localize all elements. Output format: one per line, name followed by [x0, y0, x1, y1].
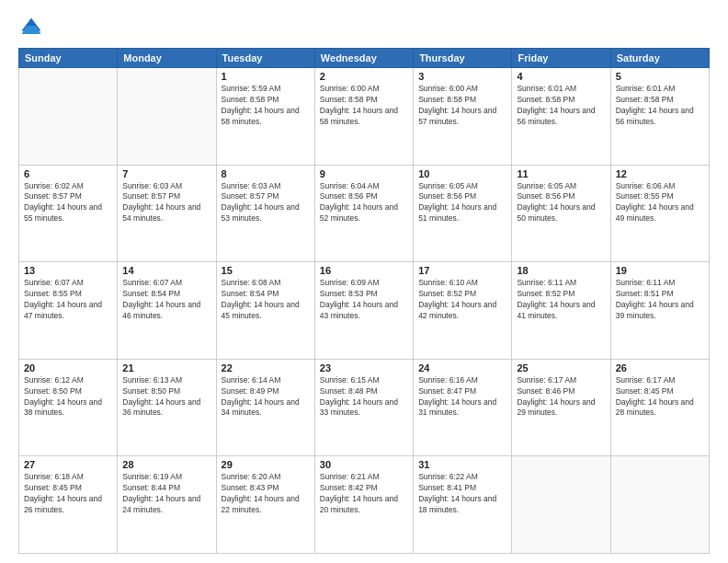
calendar-cell: 30Sunrise: 6:21 AMSunset: 8:42 PMDayligh…: [314, 456, 413, 554]
calendar-cell: 14Sunrise: 6:07 AMSunset: 8:54 PMDayligh…: [118, 262, 216, 360]
day-number: 29: [222, 459, 310, 470]
day-number: 14: [122, 265, 210, 276]
day-info: Sunrise: 6:03 AMSunset: 8:57 PMDaylight:…: [122, 181, 210, 225]
day-number: 10: [418, 168, 506, 179]
day-info: Sunrise: 6:06 AMSunset: 8:55 PMDaylight:…: [616, 181, 704, 225]
day-info: Sunrise: 6:07 AMSunset: 8:55 PMDaylight:…: [24, 278, 112, 322]
calendar-cell: 19Sunrise: 6:11 AMSunset: 8:51 PMDayligh…: [610, 262, 709, 360]
calendar-cell: [512, 456, 610, 554]
day-info: Sunrise: 6:20 AMSunset: 8:43 PMDaylight:…: [222, 472, 310, 516]
day-number: 22: [222, 362, 310, 373]
day-info: Sunrise: 6:17 AMSunset: 8:46 PMDaylight:…: [517, 375, 605, 419]
calendar-cell: 6Sunrise: 6:02 AMSunset: 8:57 PMDaylight…: [19, 165, 118, 262]
weekday-header-tuesday: Tuesday: [216, 49, 314, 68]
day-info: Sunrise: 5:59 AMSunset: 8:58 PMDaylight:…: [222, 84, 310, 128]
week-row-3: 13Sunrise: 6:07 AMSunset: 8:55 PMDayligh…: [19, 262, 710, 360]
day-info: Sunrise: 6:13 AMSunset: 8:50 PMDaylight:…: [122, 375, 210, 419]
calendar-cell: 23Sunrise: 6:15 AMSunset: 8:48 PMDayligh…: [314, 359, 413, 456]
day-info: Sunrise: 6:15 AMSunset: 8:48 PMDaylight:…: [320, 375, 408, 419]
day-info: Sunrise: 6:17 AMSunset: 8:45 PMDaylight:…: [616, 375, 704, 419]
day-number: 2: [320, 71, 408, 82]
calendar-cell: 3Sunrise: 6:00 AMSunset: 8:58 PMDaylight…: [414, 68, 512, 166]
day-info: Sunrise: 6:08 AMSunset: 8:54 PMDaylight:…: [222, 278, 310, 322]
day-info: Sunrise: 6:10 AMSunset: 8:52 PMDaylight:…: [418, 278, 506, 322]
calendar-cell: 7Sunrise: 6:03 AMSunset: 8:57 PMDaylight…: [118, 165, 216, 262]
weekday-header-monday: Monday: [118, 49, 216, 68]
day-info: Sunrise: 6:19 AMSunset: 8:44 PMDaylight:…: [122, 472, 210, 516]
day-number: 31: [418, 459, 506, 470]
calendar-cell: 18Sunrise: 6:11 AMSunset: 8:52 PMDayligh…: [512, 262, 610, 360]
day-number: 8: [222, 168, 310, 179]
day-info: Sunrise: 6:03 AMSunset: 8:57 PMDaylight:…: [222, 181, 310, 225]
day-number: 24: [418, 362, 506, 373]
day-number: 28: [122, 459, 210, 470]
day-info: Sunrise: 6:05 AMSunset: 8:56 PMDaylight:…: [418, 181, 506, 225]
weekday-header-row: SundayMondayTuesdayWednesdayThursdayFrid…: [19, 49, 710, 68]
day-info: Sunrise: 6:01 AMSunset: 8:58 PMDaylight:…: [517, 84, 605, 128]
day-number: 4: [517, 71, 605, 82]
day-number: 19: [616, 265, 704, 276]
calendar-cell: 21Sunrise: 6:13 AMSunset: 8:50 PMDayligh…: [118, 359, 216, 456]
day-info: Sunrise: 6:02 AMSunset: 8:57 PMDaylight:…: [24, 181, 112, 225]
calendar-cell: 13Sunrise: 6:07 AMSunset: 8:55 PMDayligh…: [19, 262, 118, 360]
day-info: Sunrise: 6:00 AMSunset: 8:58 PMDaylight:…: [418, 84, 506, 128]
calendar-cell: 27Sunrise: 6:18 AMSunset: 8:45 PMDayligh…: [19, 456, 118, 554]
day-number: 17: [418, 265, 506, 276]
day-info: Sunrise: 6:21 AMSunset: 8:42 PMDaylight:…: [320, 472, 408, 516]
weekday-header-saturday: Saturday: [610, 49, 709, 68]
day-info: Sunrise: 6:04 AMSunset: 8:56 PMDaylight:…: [320, 181, 408, 225]
calendar-cell: 5Sunrise: 6:01 AMSunset: 8:58 PMDaylight…: [610, 68, 709, 166]
day-info: Sunrise: 6:18 AMSunset: 8:45 PMDaylight:…: [24, 472, 112, 516]
day-info: Sunrise: 6:07 AMSunset: 8:54 PMDaylight:…: [122, 278, 210, 322]
day-info: Sunrise: 6:11 AMSunset: 8:51 PMDaylight:…: [616, 278, 704, 322]
logo-icon: [18, 15, 44, 40]
header: [18, 15, 710, 40]
week-row-2: 6Sunrise: 6:02 AMSunset: 8:57 PMDaylight…: [19, 165, 710, 262]
day-number: 18: [517, 265, 605, 276]
day-number: 3: [418, 71, 506, 82]
page: SundayMondayTuesdayWednesdayThursdayFrid…: [0, 0, 728, 563]
day-number: 15: [222, 265, 310, 276]
calendar-cell: 20Sunrise: 6:12 AMSunset: 8:50 PMDayligh…: [19, 359, 118, 456]
calendar-cell: 22Sunrise: 6:14 AMSunset: 8:49 PMDayligh…: [216, 359, 314, 456]
calendar-cell: 2Sunrise: 6:00 AMSunset: 8:58 PMDaylight…: [314, 68, 413, 166]
weekday-header-friday: Friday: [512, 49, 610, 68]
day-info: Sunrise: 6:09 AMSunset: 8:53 PMDaylight:…: [320, 278, 408, 322]
day-number: 9: [320, 168, 408, 179]
day-number: 27: [24, 459, 112, 470]
calendar-cell: 4Sunrise: 6:01 AMSunset: 8:58 PMDaylight…: [512, 68, 610, 166]
day-number: 7: [122, 168, 210, 179]
day-info: Sunrise: 6:22 AMSunset: 8:41 PMDaylight:…: [418, 472, 506, 516]
day-number: 12: [616, 168, 704, 179]
calendar-cell: 28Sunrise: 6:19 AMSunset: 8:44 PMDayligh…: [118, 456, 216, 554]
day-number: 13: [24, 265, 112, 276]
calendar-cell: 29Sunrise: 6:20 AMSunset: 8:43 PMDayligh…: [216, 456, 314, 554]
day-number: 21: [122, 362, 210, 373]
day-info: Sunrise: 6:05 AMSunset: 8:56 PMDaylight:…: [517, 181, 605, 225]
calendar-cell: 25Sunrise: 6:17 AMSunset: 8:46 PMDayligh…: [512, 359, 610, 456]
calendar-cell: 31Sunrise: 6:22 AMSunset: 8:41 PMDayligh…: [414, 456, 512, 554]
calendar-cell: 1Sunrise: 5:59 AMSunset: 8:58 PMDaylight…: [216, 68, 314, 166]
calendar-table: SundayMondayTuesdayWednesdayThursdayFrid…: [18, 48, 710, 554]
calendar-cell: 9Sunrise: 6:04 AMSunset: 8:56 PMDaylight…: [314, 165, 413, 262]
day-info: Sunrise: 6:16 AMSunset: 8:47 PMDaylight:…: [418, 375, 506, 419]
day-info: Sunrise: 6:00 AMSunset: 8:58 PMDaylight:…: [320, 84, 408, 128]
calendar-cell: [610, 456, 709, 554]
day-number: 30: [320, 459, 408, 470]
calendar-cell: 10Sunrise: 6:05 AMSunset: 8:56 PMDayligh…: [414, 165, 512, 262]
day-number: 25: [517, 362, 605, 373]
week-row-4: 20Sunrise: 6:12 AMSunset: 8:50 PMDayligh…: [19, 359, 710, 456]
calendar-cell: 12Sunrise: 6:06 AMSunset: 8:55 PMDayligh…: [610, 165, 709, 262]
weekday-header-wednesday: Wednesday: [314, 49, 413, 68]
logo: [18, 15, 48, 40]
day-info: Sunrise: 6:11 AMSunset: 8:52 PMDaylight:…: [517, 278, 605, 322]
day-number: 20: [24, 362, 112, 373]
day-number: 16: [320, 265, 408, 276]
calendar-cell: 24Sunrise: 6:16 AMSunset: 8:47 PMDayligh…: [414, 359, 512, 456]
weekday-header-sunday: Sunday: [19, 49, 118, 68]
day-number: 23: [320, 362, 408, 373]
day-number: 1: [222, 71, 310, 82]
calendar-cell: 16Sunrise: 6:09 AMSunset: 8:53 PMDayligh…: [314, 262, 413, 360]
day-number: 5: [616, 71, 704, 82]
day-info: Sunrise: 6:14 AMSunset: 8:49 PMDaylight:…: [222, 375, 310, 419]
